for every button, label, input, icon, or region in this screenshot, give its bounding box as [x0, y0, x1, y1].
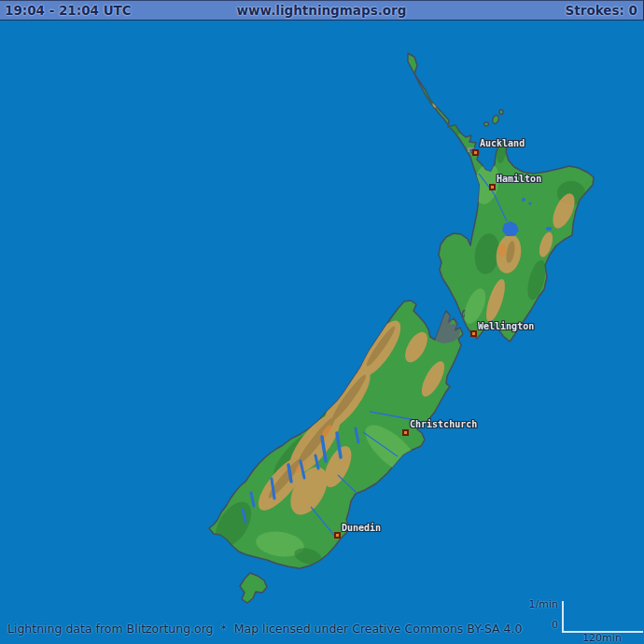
header-bar: 19:04 - 21:04 UTC www.lightningmaps.org …	[0, 0, 644, 21]
island-small	[499, 110, 503, 115]
rate-x-axis-label: 120min	[564, 632, 640, 644]
city-label: Hamilton	[497, 174, 541, 184]
city-marker-icon	[402, 429, 409, 436]
city-label: Wellington	[478, 321, 534, 331]
strokes-counter: Strokes: 0	[566, 3, 637, 18]
rate-y-min-label: 0	[519, 619, 558, 631]
island-waiheke	[484, 122, 489, 126]
city-marker-icon	[489, 184, 496, 190]
city-marker-icon	[472, 149, 479, 156]
new-zealand-map[interactable]	[0, 0, 644, 644]
city-label: Auckland	[480, 138, 525, 148]
lightningmaps-page: Auckland Hamilton Wellington Christchurc…	[0, 0, 644, 644]
city-label: Christchurch	[410, 419, 477, 429]
city-marker-icon	[470, 330, 477, 337]
rate-y-max-label: 1/min	[519, 598, 558, 610]
city-marker-icon	[334, 532, 341, 539]
attribution-text: Lightning data from Blitzortung.org * Ma…	[7, 622, 522, 636]
rate-chart-axes	[562, 601, 643, 633]
site-title[interactable]: www.lightningmaps.org	[0, 3, 643, 18]
city-label: Dunedin	[342, 523, 381, 533]
